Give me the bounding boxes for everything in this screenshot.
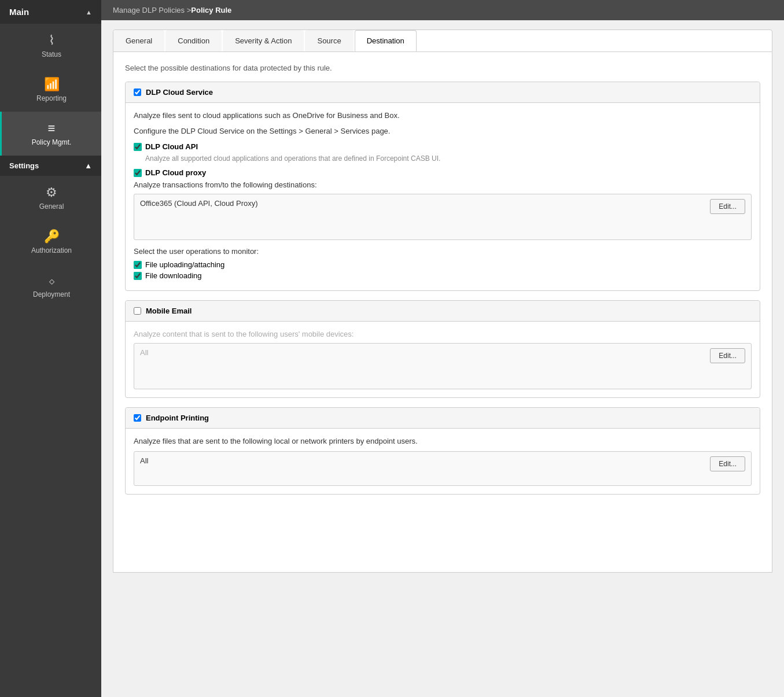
sidebar-main-header[interactable]: Main ▲: [0, 0, 101, 24]
dlp-cloud-service-checkbox[interactable]: [134, 88, 141, 96]
tab-condition[interactable]: Condition: [165, 30, 222, 51]
file-uploading-row: File uploading/attaching: [134, 260, 752, 269]
file-downloading-row: File downloading: [134, 271, 752, 280]
sidebar-item-status[interactable]: ⌇ Status: [0, 24, 101, 68]
tab-severity-action[interactable]: Severity & Action: [223, 30, 304, 51]
mobile-email-checkbox[interactable]: [134, 307, 141, 315]
operations-label: Select the user operations to monitor:: [134, 247, 752, 256]
mobile-email-desc: Analyze content that is sent to the foll…: [134, 330, 752, 338]
dlp-cloud-proxy-row: DLP Cloud proxy: [134, 168, 752, 177]
sidebar-policy-mgmt-label: Policy Mgmt.: [32, 138, 72, 146]
mobile-email-section: Mobile Email Analyze content that is sen…: [125, 300, 760, 398]
sidebar-item-general[interactable]: ⚙ General: [0, 176, 101, 220]
sidebar-main-label: Main: [9, 7, 29, 17]
endpoint-printing-checkbox[interactable]: [134, 414, 141, 422]
sidebar-settings-label: Settings: [9, 161, 39, 170]
endpoint-desc: Analyze files that are sent to the follo…: [134, 437, 752, 445]
breadcrumb-prefix: Manage DLP Policies >: [113, 6, 191, 14]
authorization-icon: 🔑: [44, 229, 60, 244]
sidebar-item-reporting[interactable]: 📶 Reporting: [0, 68, 101, 112]
mobile-email-title: Mobile Email: [146, 307, 192, 315]
sidebar-general-label: General: [39, 202, 64, 211]
dlp-cloud-desc-line1: Analyze files sent to cloud applications…: [134, 111, 752, 120]
sidebar: Main ▲ ⌇ Status 📶 Reporting ≡ Policy Mgm…: [0, 0, 101, 697]
sidebar-item-policy-mgmt[interactable]: ≡ Policy Mgmt.: [0, 112, 101, 156]
topbar: Manage DLP Policies > Policy Rule: [101, 0, 784, 20]
content-area: General Condition Severity & Action Sour…: [101, 20, 784, 697]
mobile-email-header: Mobile Email: [126, 301, 760, 322]
dlp-cloud-service-section: DLP Cloud Service Analyze files sent to …: [125, 82, 760, 291]
status-icon: ⌇: [49, 33, 55, 48]
dlp-cloud-desc-line2: Configure the DLP Cloud Service on the S…: [134, 127, 752, 135]
sidebar-item-deployment[interactable]: ⬦ Deployment: [0, 264, 101, 308]
dlp-cloud-service-title: DLP Cloud Service: [146, 88, 213, 97]
sidebar-reporting-label: Reporting: [36, 94, 67, 102]
dlp-cloud-service-header: DLP Cloud Service: [126, 82, 760, 103]
sidebar-authorization-label: Authorization: [31, 246, 72, 255]
dlp-cloud-api-checkbox[interactable]: [134, 143, 142, 151]
policy-mgmt-icon: ≡: [48, 121, 56, 136]
sidebar-caret-icon: ▲: [86, 9, 92, 16]
tab-bar: General Condition Severity & Action Sour…: [113, 29, 772, 52]
breadcrumb-current: Policy Rule: [191, 6, 231, 14]
sidebar-deployment-label: Deployment: [33, 290, 70, 298]
endpoint-printing-section: Endpoint Printing Analyze files that are…: [125, 407, 760, 495]
sidebar-status-label: Status: [42, 50, 61, 58]
destination-description: Select the possible destinations for dat…: [125, 64, 760, 72]
endpoint-printing-header: Endpoint Printing: [126, 408, 760, 429]
dlp-cloud-api-subdesc: Analyze all supported cloud applications…: [145, 154, 752, 163]
mobile-dest-box: All Edit...: [134, 343, 752, 389]
tab-destination[interactable]: Destination: [355, 30, 417, 51]
endpoint-printing-title: Endpoint Printing: [146, 414, 209, 422]
destination-panel: Select the possible destinations for dat…: [113, 52, 772, 573]
proxy-dest-box: Office365 (Cloud API, Cloud Proxy) Edit.…: [134, 194, 752, 240]
deployment-icon: ⬦: [48, 273, 56, 288]
tab-source[interactable]: Source: [305, 30, 353, 51]
dlp-cloud-proxy-checkbox[interactable]: [134, 169, 142, 177]
proxy-dest-value: Office365 (Cloud API, Cloud Proxy): [140, 199, 258, 208]
mobile-email-body: Analyze content that is sent to the foll…: [126, 322, 760, 397]
mobile-dest-value: All: [140, 348, 148, 357]
endpoint-dest-value: All: [140, 456, 148, 465]
sidebar-settings-caret: ▲: [84, 161, 92, 170]
proxy-destinations-label: Analyze transactions from/to the followi…: [134, 180, 752, 189]
dlp-cloud-proxy-label: DLP Cloud proxy: [145, 168, 206, 177]
main-content: Manage DLP Policies > Policy Rule Genera…: [101, 0, 784, 697]
endpoint-dest-box: All Edit...: [134, 451, 752, 486]
file-uploading-label: File uploading/attaching: [145, 260, 224, 269]
sidebar-item-authorization[interactable]: 🔑 Authorization: [0, 220, 101, 264]
file-downloading-checkbox[interactable]: [134, 272, 142, 280]
reporting-icon: 📶: [44, 77, 60, 92]
dlp-cloud-service-body: Analyze files sent to cloud applications…: [126, 103, 760, 290]
endpoint-edit-button[interactable]: Edit...: [710, 456, 745, 471]
mobile-edit-button[interactable]: Edit...: [710, 348, 745, 363]
proxy-edit-button[interactable]: Edit...: [710, 199, 745, 214]
sidebar-settings-header[interactable]: Settings ▲: [0, 156, 101, 176]
dlp-cloud-api-label: DLP Cloud API: [145, 142, 198, 151]
file-uploading-checkbox[interactable]: [134, 261, 142, 269]
dlp-cloud-api-row: DLP Cloud API: [134, 142, 752, 151]
tab-general[interactable]: General: [113, 30, 164, 51]
general-icon: ⚙: [46, 185, 57, 200]
file-downloading-label: File downloading: [145, 271, 202, 280]
endpoint-body: Analyze files that are sent to the follo…: [126, 429, 760, 494]
